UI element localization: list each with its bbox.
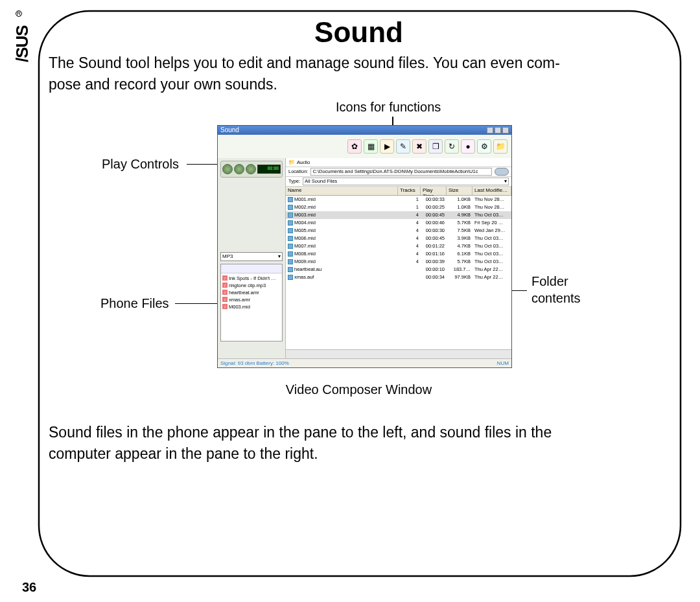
pause-button[interactable] (246, 164, 256, 174)
callout-phone-files: Phone Files (100, 295, 169, 311)
callout-folder-contents-2: contents (531, 290, 581, 306)
table-row[interactable]: xmas.auf00:00:3497.9KBThu Apr 22… (286, 273, 511, 281)
window-title: Sound (220, 126, 239, 133)
toolbar: ✿ ▦ ▶ ✎ ✖ ❐ ↻ ● ⚙ 📁 (218, 135, 511, 158)
col-size[interactable]: Size (447, 187, 472, 195)
location-input[interactable] (310, 168, 492, 176)
callout-folder-contents-1: Folder (531, 273, 568, 289)
play-button[interactable] (222, 164, 233, 174)
table-header[interactable]: Name Tracks Play Time Size Last Modifie… (286, 187, 511, 196)
table-row[interactable]: M006.mid400:00:453.9KBThu Oct 03… (286, 235, 511, 242)
phone-file-list[interactable]: ♪Ink Spots - If Didn't …♪ringtone clip.m… (221, 273, 282, 312)
tool-icon-record[interactable]: ● (461, 139, 475, 154)
list-item[interactable]: ♪ringtone clip.mp3 (222, 282, 281, 289)
list-item[interactable]: ♪M003.mid (222, 303, 281, 310)
go-button[interactable] (495, 168, 509, 176)
location-bar: Location: (286, 167, 511, 177)
signal-status: Signal: 93 dbm Battery: 100% (220, 360, 289, 366)
list-item[interactable]: ♪xmas.amr (222, 296, 281, 303)
table-row[interactable]: M005.mid400:00:307.5KBWed Jan 29… (286, 227, 511, 235)
horizontal-scrollbar[interactable] (286, 349, 511, 358)
right-panel: 📁Audio Location: Type: All Sound Files▾ … (286, 158, 511, 358)
page-title: Sound (49, 16, 669, 49)
table-row[interactable]: M002.mid100:00:251.0KBThu Nov 28… (286, 203, 511, 211)
table-row[interactable]: M004.mid400:00:465.7KBFri Sep 20 … (286, 219, 511, 227)
window-titlebar: Sound (218, 126, 511, 135)
figure-area: Icons for functions Play Controls Phone … (49, 102, 669, 417)
dropdown-arrow-icon: ▾ (504, 178, 507, 184)
type-label: Type: (288, 178, 300, 184)
stop-button[interactable] (234, 164, 244, 174)
tool-icon-edit[interactable]: ✎ (396, 139, 410, 154)
col-name[interactable]: Name (286, 187, 398, 195)
window-buttons (487, 127, 509, 133)
location-label: Location: (288, 168, 308, 174)
breadcrumb[interactable]: 📁Audio (286, 158, 511, 167)
time-display: 88:88 (257, 165, 281, 174)
callout-icons-functions: Icons for functions (336, 99, 441, 115)
dropdown-arrow-icon: ▾ (278, 253, 281, 259)
brand-logo: /SUS (12, 25, 32, 62)
tool-icon-copy[interactable]: ❐ (428, 139, 443, 154)
minimize-button[interactable] (487, 127, 493, 133)
phone-files-panel: ♪Ink Spots - If Didn't …♪ringtone clip.m… (220, 264, 283, 342)
table-row[interactable]: M007.mid400:01:224.7KBThu Oct 03… (286, 242, 511, 250)
col-play[interactable]: Play Time (421, 187, 447, 195)
client-area: 88:88 MP3▾ ♪Ink Spots - If Didn't …♪ring… (218, 158, 511, 358)
list-item[interactable]: ♪heartbeat.amr (222, 289, 281, 296)
tool-icon-play[interactable]: ▶ (380, 139, 394, 154)
callout-play-controls: Play Controls (102, 156, 179, 172)
page-number: 36 (22, 580, 36, 595)
outro-text-2: computer appear in the pane to the right… (49, 445, 669, 463)
format-select[interactable]: MP3▾ (220, 252, 283, 261)
tool-icon-new[interactable]: ✿ (347, 139, 362, 154)
tool-icon-settings[interactable]: ⚙ (477, 139, 491, 154)
close-button[interactable] (502, 127, 509, 133)
breadcrumb-label: Audio (297, 159, 310, 165)
sound-window: Sound ✿ ▦ ▶ ✎ ✖ ❐ ↻ ● ⚙ 📁 (217, 125, 512, 368)
type-dropdown[interactable]: All Sound Files▾ (303, 178, 509, 185)
table-row[interactable]: M009.mid400:00:395.7KBThu Oct 03… (286, 258, 511, 266)
tool-icon-open[interactable]: ▦ (364, 139, 378, 154)
phone-image-placeholder (221, 264, 282, 273)
tool-icon-delete[interactable]: ✖ (412, 139, 426, 154)
file-table-body[interactable]: M001.mid100:00:331.0KBThu Nov 28…M002.mi… (286, 196, 511, 349)
table-row[interactable]: M001.mid100:00:331.0KBThu Nov 28… (286, 196, 511, 203)
list-item[interactable]: ♪Ink Spots - If Didn't … (222, 275, 281, 282)
status-bar: Signal: 93 dbm Battery: 100% NUM (218, 358, 511, 367)
intro-text-1: The Sound tool helps you to edit and man… (49, 54, 669, 73)
table-row[interactable]: heartbeat.au00:00:10183.7…Thu Apr 22… (286, 266, 511, 273)
tool-icon-refresh[interactable]: ↻ (445, 139, 459, 154)
content-area: Sound The Sound tool helps you to edit a… (49, 16, 669, 563)
type-value: All Sound Files (305, 178, 337, 184)
tool-icon-folder[interactable]: 📁 (493, 139, 508, 154)
maximize-button[interactable] (495, 127, 501, 133)
registered-mark: R (16, 10, 22, 17)
manual-page: R /SUS 36 Sound The Sound tool helps you… (0, 0, 700, 602)
table-row[interactable]: M008.mid400:01:166.1KBThu Oct 03… (286, 250, 511, 258)
type-filter: Type: All Sound Files▾ (286, 177, 511, 187)
numlock-indicator: NUM (497, 360, 509, 366)
folder-icon: 📁 (288, 159, 295, 165)
outro-text-1: Sound files in the phone appear in the p… (49, 423, 669, 442)
table-row[interactable]: M003.mid400:00:454.9KBThu Oct 03… (286, 211, 511, 219)
left-panel: 88:88 MP3▾ ♪Ink Spots - If Didn't …♪ring… (218, 158, 286, 358)
play-controls: 88:88 (220, 161, 283, 178)
intro-text-2: pose and record your own sounds. (49, 75, 669, 94)
format-select-value: MP3 (222, 253, 233, 259)
callout-line-phone (175, 303, 224, 305)
figure-caption: Video Composer Window (286, 382, 432, 397)
col-mod[interactable]: Last Modifie… (472, 187, 511, 195)
col-tracks[interactable]: Tracks (398, 187, 421, 195)
